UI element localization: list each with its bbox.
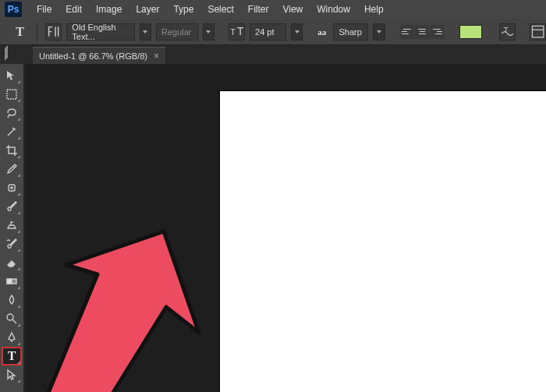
- document-canvas[interactable]: [220, 91, 546, 392]
- history-brush-tool[interactable]: [2, 235, 21, 253]
- font-size-dropdown[interactable]: 24 pt: [250, 23, 286, 41]
- path-selection-tool[interactable]: [2, 366, 21, 383]
- marquee-tool[interactable]: [2, 86, 21, 103]
- eraser-tool[interactable]: [2, 254, 21, 271]
- font-style-dropdown[interactable]: Regular: [156, 23, 197, 41]
- app-logo: Ps: [5, 2, 22, 17]
- menu-file[interactable]: File: [30, 4, 58, 15]
- lasso-tool[interactable]: [2, 104, 21, 122]
- anti-alias-label: aa: [315, 23, 328, 41]
- menu-view[interactable]: View: [275, 4, 310, 15]
- text-color-swatch[interactable]: [459, 25, 482, 39]
- options-bar: T Old English Text... Regular TT 24 pt a…: [0, 19, 546, 45]
- workspace: T: [0, 64, 546, 392]
- panel-icon: [530, 24, 545, 39]
- svg-rect-3: [532, 26, 543, 37]
- svg-text:T: T: [236, 25, 243, 37]
- blur-tool[interactable]: [2, 291, 21, 309]
- active-tool-preset[interactable]: T: [11, 23, 29, 41]
- menu-select[interactable]: Select: [200, 4, 240, 15]
- warp-text-button[interactable]: T: [499, 23, 516, 41]
- align-right-button[interactable]: [430, 25, 444, 39]
- text-orientation-toggle[interactable]: [45, 23, 62, 41]
- document-tab-title: Untitled-1 @ 66.7% (RGB/8): [39, 51, 147, 61]
- anti-alias-dropdown-arrow[interactable]: [373, 23, 385, 41]
- orientation-icon: [46, 24, 61, 39]
- type-tool[interactable]: T: [2, 348, 21, 365]
- menu-image[interactable]: Image: [89, 4, 129, 15]
- crop-tool[interactable]: [2, 142, 21, 159]
- menu-window[interactable]: Window: [310, 4, 357, 15]
- menu-layer[interactable]: Layer: [129, 4, 166, 15]
- healing-brush-tool[interactable]: [2, 179, 21, 196]
- svg-rect-5: [7, 90, 16, 99]
- tools-panel: T: [0, 64, 23, 392]
- align-left-button[interactable]: [400, 25, 414, 39]
- svg-point-9: [7, 314, 13, 320]
- clone-stamp-tool[interactable]: [2, 217, 21, 234]
- align-center-button[interactable]: [415, 25, 429, 39]
- svg-text:T: T: [230, 27, 236, 37]
- brush-tool[interactable]: [2, 198, 21, 215]
- svg-text:T: T: [504, 24, 509, 33]
- eyedropper-tool[interactable]: [2, 161, 21, 178]
- warp-icon: T: [500, 24, 515, 39]
- close-icon[interactable]: ×: [154, 51, 159, 62]
- document-tab-bar: Untitled-1 @ 66.7% (RGB/8) ×: [0, 45, 546, 64]
- font-family-dropdown-arrow[interactable]: [140, 23, 151, 41]
- character-panel-button[interactable]: [530, 23, 546, 41]
- svg-rect-8: [7, 279, 12, 284]
- font-size-dropdown-arrow[interactable]: [291, 23, 303, 41]
- font-style-dropdown-arrow[interactable]: [203, 23, 214, 41]
- separator: [37, 23, 37, 41]
- pen-tool[interactable]: [2, 329, 21, 346]
- magic-wand-tool[interactable]: [2, 123, 21, 140]
- menu-filter[interactable]: Filter: [241, 4, 276, 15]
- anti-alias-dropdown[interactable]: Sharp: [333, 23, 368, 41]
- options-bar-handle[interactable]: [2, 45, 9, 61]
- font-size-icon: TT: [229, 23, 245, 41]
- gradient-tool[interactable]: [2, 273, 21, 290]
- dodge-tool[interactable]: [2, 310, 21, 327]
- menu-bar: Ps File Edit Image Layer Type Select Fil…: [0, 0, 546, 19]
- menu-help[interactable]: Help: [357, 4, 391, 15]
- move-tool[interactable]: [2, 67, 21, 84]
- menu-edit[interactable]: Edit: [58, 4, 89, 15]
- document-tab[interactable]: Untitled-1 @ 66.7% (RGB/8) ×: [33, 47, 165, 64]
- font-family-dropdown[interactable]: Old English Text...: [66, 23, 134, 41]
- text-align-group: [400, 25, 444, 39]
- menu-type[interactable]: Type: [166, 4, 200, 15]
- canvas-area[interactable]: [25, 64, 546, 392]
- tt-icon: TT: [229, 24, 244, 39]
